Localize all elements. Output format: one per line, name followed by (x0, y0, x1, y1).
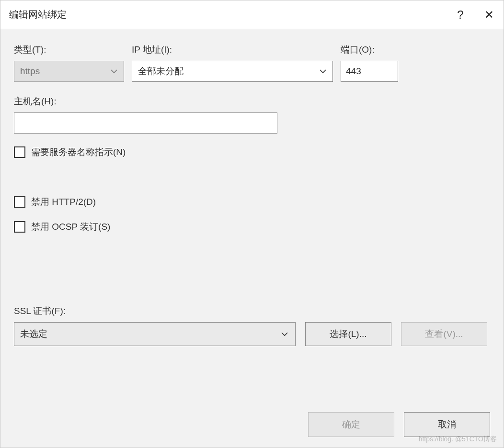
ok-button: 确定 (308, 412, 394, 437)
field-type: 类型(T): https (14, 44, 124, 82)
chevron-down-icon[interactable] (318, 67, 328, 75)
ssl-cert-combo[interactable]: 未选定 (14, 322, 296, 346)
ssl-value: 未选定 (20, 328, 280, 340)
dialog-title: 编辑网站绑定 (9, 8, 446, 21)
view-cert-button: 查看(V)... (401, 322, 487, 346)
hostname-label: 主机名(H): (14, 95, 490, 108)
checkbox-http2-label: 禁用 HTTP/2(D) (31, 196, 96, 208)
type-combo: https (14, 61, 124, 82)
dialog-window: 编辑网站绑定 ? ✕ 类型(T): https IP 地址(I): 全部 (0, 0, 504, 448)
close-button[interactable]: ✕ (475, 0, 504, 29)
dialog-footer: 确定 取消 (308, 412, 490, 437)
checkbox-sni-row[interactable]: 需要服务器名称指示(N) (14, 146, 490, 158)
checkbox-sni-label: 需要服务器名称指示(N) (31, 146, 126, 158)
view-cert-label: 查看(V)... (425, 328, 463, 340)
ssl-label: SSL 证书(F): (14, 305, 490, 317)
ip-value: 全部未分配 (138, 65, 318, 78)
type-label: 类型(T): (14, 44, 124, 56)
checkbox-group-2: 禁用 HTTP/2(D) 禁用 OCSP 装订(S) (14, 196, 490, 233)
titlebar: 编辑网站绑定 ? ✕ (0, 0, 504, 29)
checkbox-http2-row[interactable]: 禁用 HTTP/2(D) (14, 196, 490, 208)
checkbox-ocsp[interactable] (14, 221, 25, 233)
select-cert-label: 选择(L)... (330, 328, 367, 340)
ip-label: IP 地址(I): (132, 44, 333, 56)
cancel-button[interactable]: 取消 (404, 412, 490, 437)
chevron-down-icon (109, 67, 119, 75)
port-input[interactable]: 443 (341, 61, 398, 82)
field-hostname: 主机名(H): (14, 95, 490, 134)
chevron-down-icon[interactable] (280, 330, 289, 338)
field-ip: IP 地址(I): 全部未分配 (132, 44, 333, 82)
row-type-ip-port: 类型(T): https IP 地址(I): 全部未分配 端 (14, 44, 490, 82)
hostname-input[interactable] (14, 112, 277, 134)
checkbox-ocsp-label: 禁用 OCSP 装订(S) (31, 221, 110, 233)
checkbox-sni[interactable] (14, 146, 25, 158)
port-label: 端口(O): (341, 44, 398, 56)
checkbox-http2[interactable] (14, 196, 25, 208)
type-value: https (20, 66, 109, 77)
ssl-section: SSL 证书(F): 未选定 选择(L)... 查看(V)... (14, 305, 490, 346)
field-port: 端口(O): 443 (341, 44, 398, 82)
ip-combo[interactable]: 全部未分配 (132, 61, 333, 82)
dialog-content: 类型(T): https IP 地址(I): 全部未分配 端 (0, 29, 504, 448)
ok-label: 确定 (342, 418, 360, 431)
port-value: 443 (346, 66, 361, 77)
help-button[interactable]: ? (446, 0, 475, 29)
close-icon: ✕ (484, 8, 494, 22)
ssl-row: 未选定 选择(L)... 查看(V)... (14, 322, 490, 346)
select-cert-button[interactable]: 选择(L)... (305, 322, 391, 346)
checkbox-ocsp-row[interactable]: 禁用 OCSP 装订(S) (14, 221, 490, 233)
cancel-label: 取消 (438, 418, 456, 431)
help-icon: ? (457, 8, 463, 22)
